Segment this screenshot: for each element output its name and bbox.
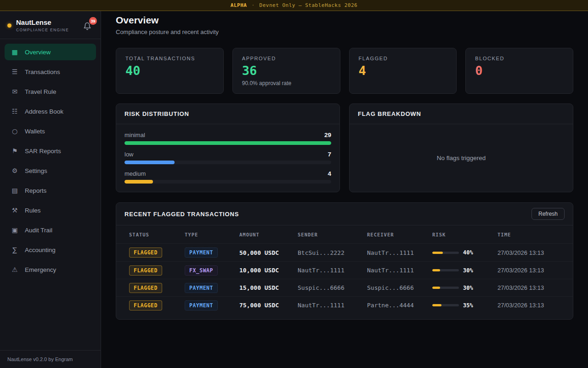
hammers-icon: ⚒: [11, 207, 19, 214]
column-header: AMOUNT: [239, 232, 298, 237]
risk-bar-fill: [124, 180, 153, 184]
risk-bar-track: [124, 161, 331, 164]
column-header: TYPE: [185, 232, 239, 237]
brand-logo-dot: [7, 23, 11, 28]
flag-breakdown-panel: FLAG BREAKDOWN No flags triggered: [349, 104, 573, 192]
stat-value: 36: [242, 64, 331, 78]
alpha-badge: ALPHA: [231, 2, 247, 8]
report-icon: ▤: [11, 187, 19, 194]
sidebar-footer-version: NautLense v0.2.0 by Engram: [0, 350, 101, 368]
risk-distribution-body: minimal 29 low 7: [116, 124, 339, 197]
sidebar-item-settings[interactable]: ⚙ Settings: [5, 162, 96, 179]
flag-breakdown-title: FLAG BREAKDOWN: [350, 104, 573, 124]
risk-percent: 40%: [463, 249, 473, 256]
time-cell: 27/03/2026 13:13: [498, 302, 560, 309]
risk-bar-row: minimal 29: [124, 132, 331, 145]
sidebar-item-emergency[interactable]: ⚠ Emergency: [5, 261, 96, 278]
type-badge: PAYMENT: [185, 283, 218, 293]
risk-bar-track: [124, 180, 331, 184]
sender-cell: NautTr...1111: [298, 302, 367, 309]
sidebar-item-overview[interactable]: ▦ Overview: [5, 44, 96, 60]
stat-card: BLOCKED 0: [465, 48, 573, 94]
type-badge: FX_SWAP: [185, 265, 218, 276]
brand-tagline: COMPLIANCE ENGINE: [16, 28, 69, 32]
risk-category-count: 7: [328, 151, 331, 158]
stat-cards: TOTAL TRANSACTIONS 40 APPROVED 36 90.0% …: [116, 48, 573, 94]
risk-category-label: medium: [124, 170, 146, 177]
sidebar-item-accounting[interactable]: ∑ Accounting: [5, 242, 96, 258]
envelope-icon: ✉: [11, 88, 19, 95]
sidebar-item-wallets[interactable]: ○ Wallets: [5, 123, 96, 139]
wallet-icon: ○: [11, 127, 19, 135]
table-row[interactable]: FLAGGED PAYMENT 50,000 USDC BtcSui...222…: [116, 244, 573, 261]
main-content: Overview Compliance posture and recent a…: [101, 11, 588, 368]
notification-count-badge: 39: [89, 17, 97, 25]
address-book-icon: ☷: [11, 108, 19, 115]
column-header: RECEIVER: [367, 232, 432, 237]
risk-percent: 30%: [463, 285, 473, 291]
risk-bar-track: [124, 141, 331, 145]
sidebar-item-rules[interactable]: ⚒ Rules: [5, 202, 96, 218]
status-badge: FLAGGED: [129, 283, 162, 293]
stat-subtext: 90.0% approval rate: [242, 80, 331, 86]
page-title: Overview: [116, 15, 573, 26]
stat-label: BLOCKED: [475, 56, 564, 61]
table-row[interactable]: FLAGGED PAYMENT 75,000 USDC NautTr...111…: [116, 296, 573, 314]
transactions-table: STATUS TYPE AMOUNT SENDER RECEIVER RISK …: [116, 225, 573, 319]
column-header: TIME: [498, 232, 560, 237]
risk-category-label: minimal: [124, 132, 145, 138]
stat-label: APPROVED: [242, 56, 331, 61]
gear-icon: ⚙: [11, 167, 19, 174]
risk-meter-track: [432, 252, 459, 254]
risk-percent: 30%: [463, 267, 473, 274]
sidebar-item-sar-reports[interactable]: ⚑ SAR Reports: [5, 143, 96, 159]
refresh-button[interactable]: Refresh: [531, 208, 565, 220]
environment-banner: ALPHA · Devnet Only — StableHacks 2026: [0, 0, 588, 11]
sidebar-item-travel-rule[interactable]: ✉ Travel Rule: [5, 83, 96, 100]
status-badge: FLAGGED: [129, 265, 162, 276]
column-header: STATUS: [129, 232, 185, 237]
sender-cell: Suspic...6666: [298, 284, 367, 291]
risk-bar-fill: [124, 161, 175, 164]
sidebar-item-reports[interactable]: ▤ Reports: [5, 182, 96, 199]
sidebar: NautLense COMPLIANCE ENGINE 39 ▦ Overvie…: [0, 11, 101, 368]
receiver-cell: Suspic...6666: [367, 284, 432, 291]
table-row[interactable]: FLAGGED PAYMENT 15,000 USDC Suspic...666…: [116, 279, 573, 296]
receiver-cell: NautTr...1111: [367, 267, 432, 274]
flag-icon: ⚑: [11, 147, 19, 155]
risk-meter-fill: [432, 304, 441, 306]
amount-cell: 50,000 USDC: [239, 249, 298, 256]
sidebar-nav: ▦ Overview ☰ Transactions ✉ Travel Rule …: [0, 39, 101, 350]
risk-meter-track: [432, 269, 459, 271]
table-row[interactable]: FLAGGED FX_SWAP 10,000 USDC NautTr...111…: [116, 261, 573, 279]
status-badge: FLAGGED: [129, 300, 162, 310]
page-subtitle: Compliance posture and recent activity: [116, 29, 573, 35]
type-badge: PAYMENT: [185, 247, 218, 258]
receiver-cell: Partne...4444: [367, 302, 432, 309]
flag-breakdown-empty-state: No flags triggered: [350, 124, 573, 192]
column-header: RISK: [432, 232, 498, 237]
amount-cell: 15,000 USDC: [239, 284, 298, 291]
risk-meter-fill: [432, 252, 443, 254]
stat-value: 4: [359, 64, 447, 78]
grid-icon: ▦: [11, 48, 19, 56]
column-header: SENDER: [298, 232, 367, 237]
risk-category-count: 29: [324, 132, 331, 138]
time-cell: 27/03/2026 13:13: [498, 249, 560, 256]
risk-bar-fill: [124, 141, 331, 145]
stat-card: TOTAL TRANSACTIONS 40: [116, 48, 224, 94]
sidebar-item-audit-trail[interactable]: ▣ Audit Trail: [5, 222, 96, 238]
recent-flagged-transactions-panel: RECENT FLAGGED TRANSACTIONS Refresh STAT…: [116, 202, 573, 320]
sidebar-item-address-book[interactable]: ☷ Address Book: [5, 103, 96, 120]
notifications-button[interactable]: 39: [83, 20, 93, 30]
brand-name: NautLense: [16, 18, 69, 27]
warning-icon: ⚠: [11, 266, 19, 273]
sender-cell: NautTr...1111: [298, 267, 367, 274]
risk-category-label: low: [124, 151, 134, 158]
risk-distribution-title: RISK DISTRIBUTION: [116, 104, 339, 124]
sidebar-item-transactions[interactable]: ☰ Transactions: [5, 63, 96, 80]
sender-cell: BtcSui...2222: [298, 249, 367, 256]
risk-percent: 35%: [463, 302, 473, 309]
stat-value: 40: [125, 64, 214, 78]
stat-card: FLAGGED 4: [349, 48, 457, 94]
